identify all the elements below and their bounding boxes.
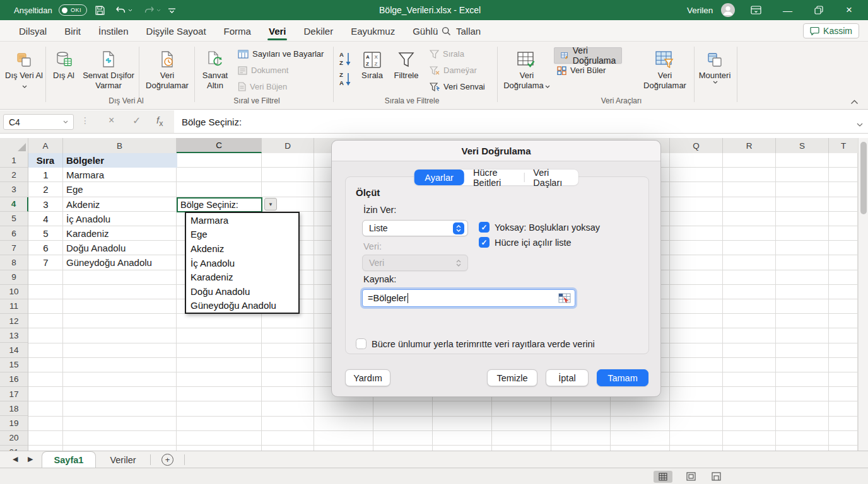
comment-button[interactable]: Kassim [803, 23, 859, 38]
cell-b1[interactable]: Bölgeler [63, 153, 177, 168]
help-button[interactable]: Yardım [345, 369, 390, 386]
row-header[interactable]: 4 [0, 197, 28, 212]
column-header-a[interactable]: A [28, 138, 63, 153]
window-tools-button[interactable]: Mounteri [696, 47, 733, 84]
row-header[interactable]: 14 [0, 343, 28, 357]
search-control[interactable]: Tallan [442, 20, 481, 42]
dropdown-option[interactable]: Marmara [186, 213, 298, 228]
dropdown-option[interactable]: Karadeniz [186, 270, 298, 284]
apply-all-checkbox[interactable] [356, 338, 367, 349]
vertical-scrollbar[interactable] [858, 138, 868, 451]
properties-item[interactable]: Dokument [235, 64, 327, 77]
cell-sira[interactable]: 7 [28, 255, 63, 270]
recent-sources-button[interactable]: Veri Doğrulamar [141, 47, 193, 90]
cell-a1[interactable]: Sıra [28, 153, 63, 168]
row-header[interactable]: 21 [0, 446, 28, 451]
restore-button[interactable] [814, 0, 823, 20]
ribbon-tab[interactable]: Veri [260, 20, 295, 42]
allow-select[interactable]: Liste [362, 220, 468, 236]
edit-links-item[interactable]: Veri Büjen [235, 80, 327, 93]
cell-sira[interactable]: 5 [28, 226, 63, 241]
close-button[interactable]: × [846, 0, 852, 20]
column-header-q[interactable]: Q [670, 138, 723, 153]
row-header[interactable]: 7 [0, 241, 28, 255]
row-header[interactable]: 1 [0, 153, 28, 168]
select-all-corner[interactable] [0, 138, 28, 153]
relationships-item[interactable]: Veri Büler [554, 64, 616, 77]
ok-button[interactable]: Tamam [597, 369, 648, 386]
range-picker-icon[interactable] [558, 293, 571, 303]
source-input[interactable]: =Bölgeler [362, 289, 575, 307]
confirm-entry-icon[interactable]: ✓ [132, 115, 141, 127]
sort-button[interactable]: AZXZ Sırala [357, 47, 387, 81]
row-header[interactable]: 18 [0, 401, 28, 416]
resize-handle-icon[interactable]: ⋮ [81, 115, 90, 125]
cell-sira[interactable]: 4 [28, 212, 63, 226]
advanced-filter-item[interactable]: Veri Senvai [426, 80, 488, 93]
clear-filter-item[interactable]: Sırala [426, 47, 488, 60]
row-header[interactable]: 15 [0, 358, 28, 372]
cell-bolge[interactable]: Karadeniz [63, 226, 177, 241]
column-header-r[interactable]: R [723, 138, 776, 153]
data-validation-button[interactable]: Veri Doğrulama [502, 47, 551, 90]
cancel-button[interactable]: İptal [546, 369, 589, 386]
cell-sira[interactable]: 1 [28, 168, 63, 182]
expand-formula-bar-button[interactable] [857, 118, 863, 129]
minimize-button[interactable]: — [783, 0, 792, 20]
ribbon-tab[interactable]: Dekiler [295, 20, 342, 42]
row-header[interactable]: 12 [0, 314, 28, 328]
row-header[interactable]: 20 [0, 431, 28, 446]
redo-button[interactable] [144, 0, 161, 20]
refresh-all-button[interactable]: Sanvat Altın [198, 47, 232, 90]
row-header[interactable]: 10 [0, 285, 28, 299]
row-header[interactable]: 13 [0, 328, 28, 343]
dropdown-option[interactable]: Doğu Anadolu [186, 284, 298, 299]
tab-input-message[interactable]: Hücre Beitleri [464, 170, 524, 185]
column-header-t[interactable]: T [829, 138, 858, 153]
data-validation-filter-button[interactable]: Veri Doğrulamar [638, 47, 691, 90]
collapse-ribbon-button[interactable] [850, 96, 859, 107]
row-header[interactable]: 3 [0, 182, 28, 197]
in-cell-dropdown-button[interactable]: ▼ [264, 198, 277, 210]
ribbon-tab[interactable]: Dişyile Sayoat [138, 20, 215, 42]
cell-bolge[interactable]: Güneydoğu Anadolu [63, 255, 177, 270]
ribbon-tab[interactable]: Forma [215, 20, 260, 42]
cell-bolge[interactable]: Marmara [63, 168, 177, 182]
row-header[interactable]: 2 [0, 168, 28, 182]
scrollbar-thumb[interactable] [860, 142, 867, 214]
dropdown-option[interactable]: Güneydoğu Anadolu [186, 299, 298, 313]
ignore-blank-checkbox[interactable]: ✓ [479, 222, 490, 233]
sheet-tab-veriler[interactable]: Veriler [101, 451, 145, 468]
avatar[interactable] [720, 0, 736, 20]
ribbon-tab[interactable]: Dilsyal [10, 20, 56, 42]
cell-bolge[interactable]: Ege [63, 182, 177, 197]
row-header[interactable]: 17 [0, 387, 28, 401]
sort-az-button[interactable]: AZ [338, 50, 353, 69]
cancel-entry-icon[interactable]: × [108, 115, 114, 126]
customize-quick-access-button[interactable] [168, 0, 176, 20]
row-header[interactable]: 8 [0, 255, 28, 270]
page-break-view-button[interactable] [707, 471, 725, 483]
ribbon-tab[interactable]: Gühlü [404, 20, 447, 42]
row-header[interactable]: 16 [0, 372, 28, 387]
prev-sheet-button[interactable]: ◀ [13, 455, 18, 463]
tab-settings[interactable]: Ayarlar [414, 170, 464, 185]
active-cell-c4[interactable]: Bölge Seçiniz: [177, 197, 262, 212]
in-cell-dropdown-checkbox[interactable]: ✓ [479, 237, 490, 248]
get-data-button[interactable]: Dış Al [49, 47, 78, 81]
row-header[interactable]: 6 [0, 226, 28, 241]
cell-sira[interactable]: 6 [28, 241, 63, 255]
ribbon-tab[interactable]: Birit [56, 20, 90, 42]
page-layout-view-button[interactable] [681, 471, 700, 483]
ribbon-tab[interactable]: Eayukmuz [342, 20, 404, 42]
undo-button[interactable] [115, 0, 132, 20]
tab-error-alert[interactable]: Veri Daşları [524, 170, 578, 185]
new-query-button[interactable]: Senvat Dışifor Varmar [79, 47, 138, 90]
next-sheet-button[interactable]: ▶ [28, 455, 33, 463]
formula-input[interactable]: Bölge Seçiniz: [174, 110, 868, 133]
cell-bolge[interactable]: İç Anadolu [63, 212, 177, 226]
dropdown-option[interactable]: İç Anadolu [186, 256, 298, 270]
sort-za-button[interactable]: ZA [338, 71, 353, 89]
add-sheet-button[interactable]: + [161, 454, 173, 466]
cell-sira[interactable]: 2 [28, 182, 63, 197]
